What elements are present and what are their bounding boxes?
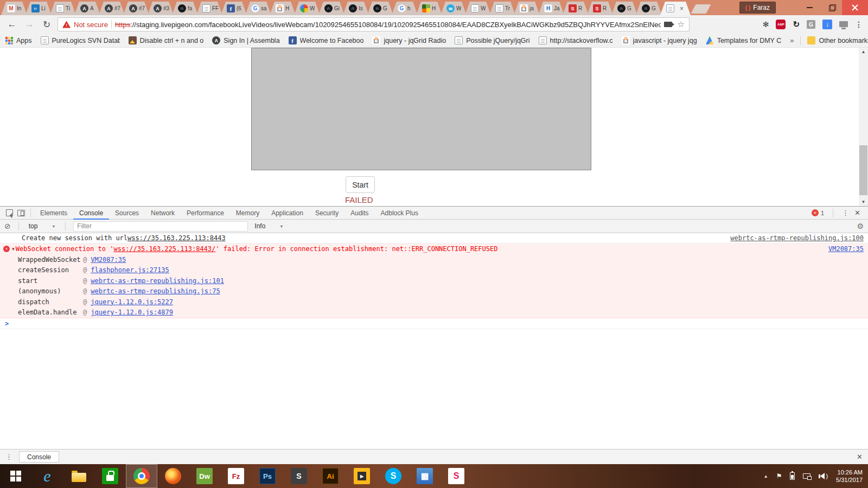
devtools-menu-icon[interactable]: ⋮	[842, 209, 849, 217]
tab[interactable]: f(6	[221, 2, 247, 15]
taskbar-start-button[interactable]	[0, 464, 31, 488]
tab-active[interactable]: ×	[660, 2, 691, 15]
taskbar-store-button[interactable]	[94, 464, 126, 488]
clear-console-icon[interactable]: ⊘	[4, 222, 11, 230]
tab[interactable]: ΛA	[74, 2, 100, 15]
tab[interactable]: Tr	[489, 2, 515, 15]
apps-shortcut[interactable]: Apps	[5, 37, 32, 44]
tab[interactable]: ∩Is	[343, 2, 369, 15]
not-secure-warning-icon[interactable]: !	[62, 21, 71, 28]
adblock-plus-extension-icon[interactable]: ABP	[776, 20, 786, 29]
devtools-tab-sources[interactable]: Sources	[109, 207, 145, 220]
taskbar-dreamweaver-button[interactable]: Dw	[189, 464, 220, 488]
devtools-tab-console[interactable]: Console	[73, 207, 109, 220]
tab-close-icon[interactable]: ×	[680, 5, 684, 12]
close-window-button[interactable]	[842, 0, 868, 15]
websocket-url-link[interactable]: wss://35.163.225.113:8443	[127, 234, 226, 242]
tab[interactable]: Ti	[50, 2, 76, 15]
drawer-close-icon[interactable]: ✕	[857, 453, 863, 461]
tab[interactable]: Gsa	[245, 2, 271, 15]
tab[interactable]: ∩fa	[172, 2, 198, 15]
devtools-tab-application[interactable]: Application	[265, 207, 309, 220]
error-count[interactable]: ✕ 1	[812, 209, 824, 216]
device-toolbar-icon[interactable]	[15, 207, 27, 219]
reload-icon[interactable]: ↻	[40, 18, 53, 31]
devtools-tab-security[interactable]: Security	[309, 207, 344, 220]
tab[interactable]: ja	[514, 2, 540, 15]
forward-icon[interactable]: →	[23, 18, 36, 31]
source-link[interactable]: webrtc-as-rtmp-republishing.js:100	[719, 234, 864, 242]
bookmark-item[interactable]: javascript - jquery jqg	[622, 36, 697, 44]
devtools-tab-adblock-plus[interactable]: Adblock Plus	[375, 207, 424, 220]
bookmark-item[interactable]: Disable ctrl + n and o	[129, 36, 204, 44]
expand-triangle-icon[interactable]: ▼	[12, 247, 15, 252]
tab[interactable]: ∩G	[367, 2, 393, 15]
url-text[interactable]: https://staging.livepigeon.com/facebookL…	[115, 21, 661, 29]
bookmark-item[interactable]: PureLogics SVN Datab	[41, 36, 120, 44]
tab[interactable]: ∩G	[611, 2, 637, 15]
scrollbar-thumb[interactable]	[859, 145, 867, 195]
download-extension-icon[interactable]: ↓	[822, 20, 832, 29]
minimize-button[interactable]	[799, 0, 820, 15]
scroll-up-icon[interactable]: ▲	[859, 48, 868, 56]
tab[interactable]: MIn	[1, 2, 27, 15]
log-level-selector[interactable]: Info ▼	[252, 222, 285, 230]
devtools-tab-audits[interactable]: Audits	[344, 207, 374, 220]
taskbar-skype-button[interactable]: S	[378, 464, 409, 488]
context-selector[interactable]: top ▼	[27, 222, 58, 230]
scroll-down-icon[interactable]: ▼	[859, 198, 868, 206]
tab[interactable]: Λ#7	[123, 2, 149, 15]
taskbar-photoshop-button[interactable]: Ps	[252, 464, 283, 488]
inspect-element-icon[interactable]	[3, 207, 15, 219]
stack-source-link[interactable]: webrtc-as-rtmp-republishing.js:75	[91, 287, 220, 295]
taskbar-ie-button[interactable]: e	[31, 464, 63, 488]
stack-source-link[interactable]: jquery-1.12.0.js:5227	[91, 298, 173, 306]
tab[interactable]: HJa	[538, 2, 564, 15]
screen-share-extension-icon[interactable]	[839, 21, 848, 27]
media-camera-icon[interactable]	[664, 22, 672, 27]
taskbar-slack-button[interactable]: S	[441, 464, 472, 488]
network-icon[interactable]	[803, 473, 810, 479]
drawer-menu-icon[interactable]: ⋮	[5, 453, 12, 461]
stack-source-link[interactable]: VM2087:35	[91, 256, 126, 264]
devtools-close-icon[interactable]: ✕	[854, 209, 860, 217]
console-filter-input[interactable]	[73, 221, 248, 232]
new-tab-button[interactable]	[691, 4, 711, 14]
stack-source-link[interactable]: flashphoner.js:27135	[91, 266, 169, 274]
g-extension-icon[interactable]: G	[807, 20, 815, 29]
restore-button[interactable]	[820, 0, 842, 15]
start-button[interactable]: Start	[346, 176, 375, 193]
console-prompt[interactable]: >	[0, 318, 868, 329]
tab[interactable]: W	[465, 2, 491, 15]
tab[interactable]: SR	[563, 2, 589, 15]
taskbar-videoapp-button[interactable]: ▶	[346, 464, 378, 488]
stack-source-link[interactable]: webrtc-as-rtmp-republishing.js:101	[91, 277, 224, 285]
taskbar-sysmonitor-button[interactable]: ▦	[409, 464, 441, 488]
devtools-tab-performance[interactable]: Performance	[181, 207, 230, 220]
tab[interactable]: IILi	[25, 2, 52, 15]
tab[interactable]: ∩G	[636, 2, 662, 15]
browser-menu-icon[interactable]: ⋮	[855, 20, 863, 29]
bookmark-star-icon[interactable]: ☆	[678, 20, 685, 29]
taskbar-firefox-button[interactable]	[157, 464, 189, 488]
devtools-tab-network[interactable]: Network	[145, 207, 181, 220]
taskbar-illustrator-button[interactable]: Ai	[315, 464, 346, 488]
tab[interactable]: SR	[587, 2, 613, 15]
action-center-flag-icon[interactable]: ⚑	[776, 472, 782, 480]
tab[interactable]: H	[416, 2, 442, 15]
tab[interactable]: Λ#3	[148, 2, 174, 15]
taskbar-sublime-button[interactable]: S	[283, 464, 315, 488]
wand-extension-icon[interactable]: ✻	[763, 20, 769, 29]
drawer-console-tab[interactable]: Console	[19, 451, 59, 463]
websocket-url-link[interactable]: wss://35.163.225.113:8443/	[113, 245, 215, 253]
bookmark-item[interactable]: ΛSign In | Assembla	[212, 36, 279, 44]
back-icon[interactable]: ←	[5, 18, 18, 31]
profile-button[interactable]: ( ) Faraz	[739, 2, 776, 14]
tab[interactable]: wW	[441, 2, 467, 15]
tab[interactable]: W	[294, 2, 320, 15]
tab[interactable]: FF	[196, 2, 222, 15]
console-settings-gear-icon[interactable]: ⚙	[857, 222, 864, 230]
other-bookmarks[interactable]: Other bookmarks	[807, 36, 868, 44]
bookmark-item[interactable]: Possible jQuery/jqGri	[455, 36, 529, 44]
stack-source-link[interactable]: jquery-1.12.0.js:4879	[91, 309, 173, 316]
